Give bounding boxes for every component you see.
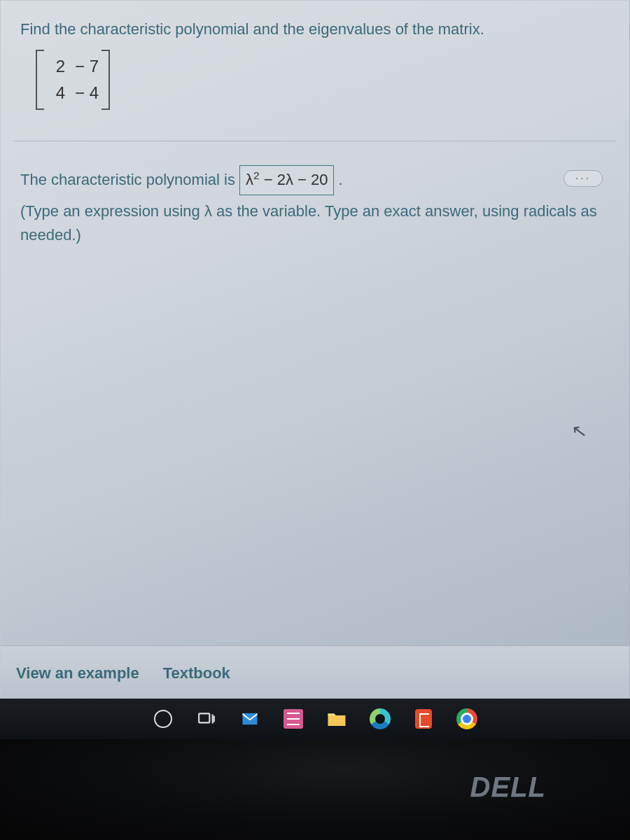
calculator-icon[interactable] xyxy=(281,707,305,731)
cortana-circle-icon[interactable] xyxy=(151,707,175,731)
question-header: Find the characteristic polynomial and t… xyxy=(1,1,629,122)
answer-trail-text: . xyxy=(339,171,343,188)
matrix-cell-r1c1: 2 xyxy=(47,57,65,76)
answer-input[interactable]: λ2 − 2λ − 20 xyxy=(239,165,334,195)
question-panel: Find the characteristic polynomial and t… xyxy=(0,0,630,700)
view-example-link[interactable]: View an example xyxy=(16,664,139,682)
textbook-link[interactable]: Textbook xyxy=(163,664,230,682)
answer-hint: (Type an expression using λ as the varia… xyxy=(20,200,610,247)
mail-icon[interactable] xyxy=(238,707,262,731)
edge-icon[interactable] xyxy=(368,707,392,731)
file-explorer-icon[interactable] xyxy=(325,707,349,731)
brand-logo: DELL xyxy=(470,771,546,803)
chrome-icon[interactable] xyxy=(455,707,479,731)
laptop-bezel: DELL xyxy=(0,739,630,840)
answer-lead-text: The characteristic polynomial is xyxy=(20,171,239,188)
answer-section: The characteristic polynomial is λ2 − 2λ… xyxy=(1,141,629,248)
question-prompt: Find the characteristic polynomial and t… xyxy=(20,19,610,40)
office-icon[interactable] xyxy=(412,707,435,731)
windows-taskbar xyxy=(0,699,630,739)
svg-rect-0 xyxy=(199,713,209,722)
matrix-cell-r1c2: − 7 xyxy=(75,57,99,76)
ellipsis-icon: ··· xyxy=(575,172,591,185)
matrix-cell-r2c1: 4 xyxy=(47,83,65,103)
more-options-button[interactable]: ··· xyxy=(564,170,603,187)
cursor-icon: ↖ xyxy=(570,420,589,444)
matrix: 2 − 7 4 − 4 xyxy=(36,50,110,110)
matrix-cell-r2c2: − 4 xyxy=(75,83,99,103)
help-bar: View an example Textbook xyxy=(1,645,629,700)
task-view-icon[interactable] xyxy=(195,707,218,731)
